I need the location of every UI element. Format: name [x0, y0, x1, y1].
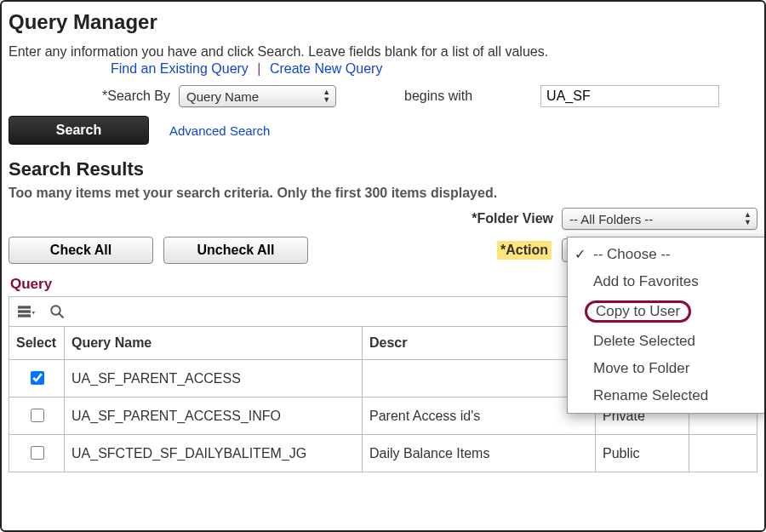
cell-descr [363, 360, 596, 398]
cell-folder [689, 435, 757, 472]
folder-view-value: -- All Folders -- [569, 212, 653, 226]
col-descr: Descr [363, 327, 596, 360]
advanced-search-link[interactable]: Advanced Search [169, 123, 270, 138]
action-menu-item[interactable]: Add to Favorites [568, 268, 765, 295]
page-title: Query Manager [9, 10, 757, 34]
action-menu-item[interactable]: Move to Folder [568, 355, 765, 382]
chevron-updown-icon: ▲▼ [323, 89, 330, 104]
search-by-value: Query Name [186, 89, 259, 104]
table-row: UA_SFCTED_SF_DAILYBALITEM_JGDaily Balanc… [9, 435, 757, 472]
cell-descr: Parent Access id's [363, 398, 596, 435]
folder-view-label: *Folder View [472, 211, 553, 226]
search-by-select[interactable]: Query Name ▲▼ [179, 85, 336, 107]
instructions-text: Enter any information you have and click… [9, 44, 757, 60]
create-new-query-link[interactable]: Create New Query [270, 61, 383, 76]
svg-rect-0 [18, 306, 31, 308]
action-label: *Action [497, 241, 552, 260]
action-menu-item[interactable]: Delete Selected [568, 328, 765, 355]
row-select-checkbox[interactable] [31, 409, 44, 422]
search-operator-label: begins with [404, 89, 472, 104]
cell-query-name: UA_SFCTED_SF_DAILYBALITEM_JG [65, 435, 363, 472]
svg-rect-2 [18, 314, 31, 317]
search-value-input[interactable] [540, 85, 719, 107]
search-icon[interactable] [49, 304, 66, 319]
cell-descr: Daily Balance Items [363, 435, 596, 472]
too-many-message: Too many items met your search criteria.… [9, 186, 757, 201]
col-query-name: Query Name [65, 327, 363, 360]
action-menu-item[interactable]: Copy to User [568, 295, 765, 328]
cell-owner: Public [596, 435, 689, 472]
link-separator: | [252, 61, 266, 76]
find-existing-query-link[interactable]: Find an Existing Query [111, 61, 249, 76]
col-select: Select [9, 327, 65, 360]
svg-point-4 [51, 306, 60, 315]
search-by-label: *Search By [102, 89, 170, 104]
row-select-checkbox[interactable] [31, 371, 44, 385]
uncheck-all-button[interactable]: Uncheck All [163, 237, 308, 264]
svg-line-5 [59, 313, 63, 317]
search-results-heading: Search Results [9, 158, 757, 180]
action-menu-item[interactable]: Rename Selected [568, 382, 765, 409]
grid-settings-icon[interactable] [18, 304, 35, 319]
cell-query-name: UA_SF_PARENT_ACCESS_INFO [65, 398, 363, 435]
svg-marker-3 [32, 312, 35, 314]
chevron-updown-icon: ▲▼ [744, 211, 752, 226]
action-menu-item[interactable]: -- Choose -- [568, 241, 765, 268]
svg-rect-1 [18, 310, 31, 312]
row-select-checkbox[interactable] [31, 446, 44, 460]
cell-query-name: UA_SF_PARENT_ACCESS [65, 360, 363, 398]
search-button[interactable]: Search [9, 116, 149, 145]
folder-view-select[interactable]: -- All Folders -- ▲▼ [562, 208, 757, 230]
check-all-button[interactable]: Check All [9, 237, 153, 264]
action-dropdown-menu: -- Choose --Add to FavoritesCopy to User… [567, 237, 766, 414]
